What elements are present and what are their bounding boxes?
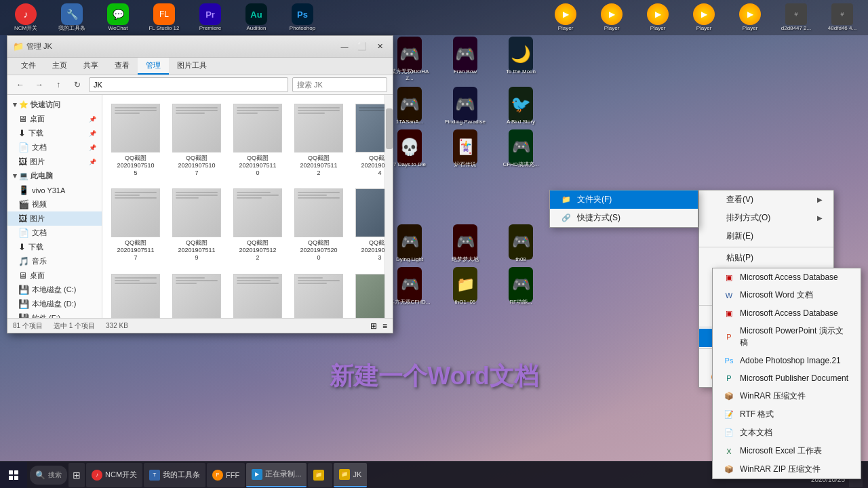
filetype-rtf[interactable]: 📝 RTF 格式 (713, 405, 861, 424)
filetype-txt[interactable]: 📄 文本文档 (713, 424, 861, 442)
tab-share[interactable]: 共享 (75, 58, 106, 75)
top-icon-fl[interactable]: FL FL Studio 12 (142, 2, 186, 33)
file-item[interactable]: QQ截图202019075208 (169, 270, 224, 318)
top-icon-player1[interactable]: ▶ Player (544, 2, 587, 33)
game-icon-th08[interactable]: 🎮 th08 (498, 227, 544, 266)
filetype-excel[interactable]: X Microsoft Excel 工作表 (713, 442, 861, 460)
file-item[interactable]: QQ截图202019075122 (230, 185, 285, 264)
file-item[interactable]: QQ截图202019075112 (291, 100, 347, 180)
ctx-paste[interactable]: 粘贴(P) (699, 249, 833, 267)
filetype-winrar[interactable]: 📦 WinRAR 压缩文件 (713, 387, 861, 405)
sidebar-quickaccess[interactable]: ▾⭐快速访问 (7, 98, 102, 112)
file-item[interactable]: QQ截图202019075114 (352, 100, 384, 180)
sidebar-item-docs[interactable]: 📄文档📌 (7, 140, 102, 155)
top-icon-ncm[interactable]: ♪ NCM开关 (4, 2, 47, 33)
game-icon-findingparadise[interactable]: 🎮 Finding Paradise (442, 89, 488, 128)
sidebar-item-driveF[interactable]: 💾软件 (F:) (7, 311, 102, 318)
tab-home[interactable]: 主页 (44, 58, 75, 75)
game-icon-rf[interactable]: 🎮 RF功能... (498, 270, 544, 308)
forward-button[interactable]: → (32, 77, 47, 92)
sidebar-item-documents[interactable]: 📄文档 (7, 226, 102, 240)
tab-file[interactable]: 文件 (13, 58, 44, 75)
scrollbar-thumb[interactable] (386, 108, 393, 149)
top-icon-premiere[interactable]: Pr Premiere (189, 2, 232, 33)
filetype-zip[interactable]: 📦 WinRAR ZIP 压缩文件 (713, 460, 861, 479)
top-icon-hash1[interactable]: # d2d8447 2... (774, 2, 818, 33)
sidebar-item-pictures[interactable]: 🖼图片 (7, 211, 102, 226)
sidebar-item-driveD[interactable]: 💾本地磁盘 (D:) (7, 297, 102, 311)
sidebar-item-desktop[interactable]: 🖥桌面📌 (7, 112, 102, 126)
refresh-button[interactable]: ↻ (70, 77, 85, 92)
tab-pictures[interactable]: 图片工具 (169, 58, 215, 75)
top-icon-player5[interactable]: ▶ Player (728, 2, 772, 33)
view-list-button[interactable]: ≡ (382, 321, 387, 331)
start-button[interactable] (0, 462, 27, 489)
top-icon-toolbox[interactable]: 🔧 我的工具条 (50, 2, 94, 33)
game-icon-cfhd[interactable]: 🎮 CFHD搞满充... (498, 132, 544, 171)
sidebar-thispc[interactable]: ▾💻此电脑 (7, 169, 102, 183)
taskbar-explorer[interactable]: 📁 (308, 463, 332, 487)
restore-button[interactable]: ⬜ (355, 39, 370, 54)
game-icon-th0105[interactable]: 📁 thO1~05 (442, 270, 488, 308)
file-item[interactable]: QQ截图202019075212 (230, 270, 285, 318)
game-icon-1[interactable]: 🎮 某方无双BIOHAZ... (387, 39, 433, 85)
submenu-new-folder[interactable]: 📁 文件夹(F) (550, 190, 698, 209)
sidebar-item-driveC[interactable]: 💾本地磁盘 (C:) (7, 283, 102, 297)
game-icon-cfhd2[interactable]: 🎮 某方无双CFHD... (387, 270, 433, 308)
address-input[interactable] (89, 77, 288, 92)
sidebar-item-vivo[interactable]: 📱vivo Y31A (7, 183, 102, 197)
file-item[interactable]: QQ截图202019075216 (352, 270, 384, 318)
file-item[interactable]: QQ截图202019075107 (169, 100, 224, 180)
sidebar-item-pics[interactable]: 🖼图片📌 (7, 155, 102, 169)
top-icon-audition[interactable]: Au Audition (235, 2, 278, 33)
file-item[interactable]: QQ截图202019075203 (352, 185, 384, 264)
minimize-button[interactable]: — (337, 39, 352, 54)
submenu-new-shortcut[interactable]: 🔗 快捷方式(S) (550, 209, 698, 227)
file-item[interactable]: QQ截图202019075214 (291, 270, 347, 318)
taskbar-taskview[interactable]: ⊞ (68, 463, 85, 487)
sidebar-item-video[interactable]: 🎬视频 (7, 197, 102, 211)
filetype-access2[interactable]: ▣ Microsoft Access Database (713, 304, 861, 322)
taskbar-ncm[interactable]: ♪ NCM开关 (86, 463, 142, 487)
filetype-ppt[interactable]: P Microsoft PowerPoint 演示文稿 (713, 322, 861, 352)
game-icon-franbw[interactable]: 🎮 Fran Bow (442, 39, 488, 85)
game-icon-lushi[interactable]: 🃏 炉石传说 (442, 132, 488, 171)
ctx-refresh[interactable]: 刷新(E) (699, 227, 833, 245)
tab-view[interactable]: 查看 (106, 58, 138, 75)
sidebar-item-downloads[interactable]: ⬇下载 (7, 240, 102, 254)
top-icon-photoshop[interactable]: Ps Photoshop (281, 2, 324, 33)
search-input[interactable] (292, 77, 387, 92)
game-icon-juemeng[interactable]: 🎮 绝梦梦大地 (442, 227, 488, 266)
filetype-publisher[interactable]: P Microsoft Publisher Document (713, 369, 861, 387)
ctx-sort[interactable]: 排列方式(O) ▶ (699, 209, 833, 227)
close-button[interactable]: ✕ (372, 39, 387, 54)
top-icon-player4[interactable]: ▶ Player (682, 2, 726, 33)
filetype-word[interactable]: W Microsoft Word 文档 (713, 286, 861, 304)
file-item[interactable]: QQ截图202019075200 (291, 185, 347, 264)
game-icon-tothemoon[interactable]: 🌙 To the Moon (498, 39, 544, 85)
top-icon-player3[interactable]: ▶ Player (636, 2, 679, 33)
filetype-access1[interactable]: ▣ Microsoft Access Database (713, 268, 861, 286)
back-button[interactable]: ← (13, 77, 28, 92)
filetype-photoshop[interactable]: Ps Adobe Photoshop Image.21 (713, 352, 861, 369)
game-icon-7days[interactable]: 💀 7 Days to Die (387, 132, 433, 171)
game-icon-itasan[interactable]: 🎮 1TASanA... (387, 89, 433, 128)
game-icon-birdstory[interactable]: 🐦 A Bird Story (498, 89, 544, 128)
file-item[interactable]: QQ截图202019075117 (108, 185, 163, 264)
taskbar-recording[interactable]: ▶ 正在录制... (246, 463, 307, 487)
sidebar-item-music[interactable]: 🎵音乐 (7, 254, 102, 268)
file-item[interactable]: QQ截图202019075105 (108, 100, 163, 180)
sidebar-item-download[interactable]: ⬇下载📌 (7, 126, 102, 140)
game-icon-dyinglight[interactable]: 🎮 Dying Light (387, 227, 433, 266)
tab-manage[interactable]: 管理 (138, 58, 169, 75)
top-icon-player2[interactable]: ▶ Player (590, 2, 633, 33)
taskbar-firefox[interactable]: F FFF (207, 463, 245, 487)
file-item[interactable]: QQ截图202019075205 (108, 270, 163, 318)
file-item[interactable]: QQ截图202019075119 (169, 185, 224, 264)
up-button[interactable]: ↑ (51, 77, 66, 92)
view-grid-button[interactable]: ⊞ (370, 321, 377, 331)
sidebar-item-deskb[interactable]: 🖥桌面 (7, 268, 102, 283)
taskbar-toolbar[interactable]: T 我的工具条 (144, 463, 205, 487)
file-item[interactable]: QQ截图202019075110 (230, 100, 285, 180)
scrollbar[interactable] (384, 95, 393, 318)
